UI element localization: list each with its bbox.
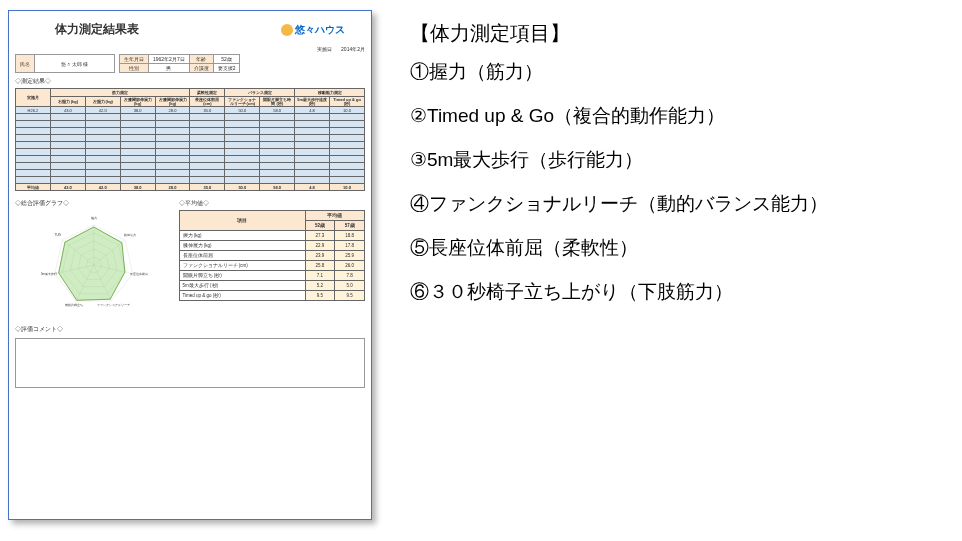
list-item: ⑤長座位体前屈（柔軟性） <box>410 235 932 261</box>
grp-flex: 柔軟性測定 <box>190 89 225 97</box>
table-row <box>16 177 365 184</box>
slide: 体力測定結果表 悠々ハウス 実施日 2014年2月 氏名 悠々 太郎 様 <box>0 0 962 541</box>
hdr-fr: ファンクショナルリーチ (cm) <box>225 97 260 107</box>
cell: 握力 (kg) <box>179 231 305 241</box>
list-item: ③5m最大歩行（歩行能力） <box>410 147 932 173</box>
cell: 5m最大歩行 (秒) <box>179 281 305 291</box>
svg-text:TUG: TUG <box>55 233 62 237</box>
cell: 9.5 <box>305 291 335 301</box>
cell: 58.0 <box>260 184 295 191</box>
table-row: 開眼片脚立ち (秒)7.17.8 <box>179 271 365 281</box>
cell: 25.9 <box>335 251 365 261</box>
cell: 開眼片脚立ち (秒) <box>179 271 305 281</box>
cell: 5.0 <box>335 281 365 291</box>
table-row <box>16 163 365 170</box>
items-list: ①握力（筋力）②Timed up & Go（複合的動作能力）③5m最大歩行（歩行… <box>410 59 932 305</box>
age-value: 52歳 <box>213 55 240 64</box>
avg-hdr-item: 項目 <box>179 211 305 231</box>
svg-text:5m最大歩行: 5m最大歩行 <box>41 272 57 276</box>
cell: 43.0 <box>50 107 85 114</box>
name-value: 悠々 太郎 様 <box>35 55 115 73</box>
name-table: 氏名 悠々 太郎 様 <box>15 54 115 73</box>
cell: 25.8 <box>305 261 335 271</box>
list-item: ⑥３０秒椅子立ち上がり（下肢筋力） <box>410 279 932 305</box>
cell: 18.8 <box>335 231 365 241</box>
list-item: ①握力（筋力） <box>410 59 932 85</box>
hdr-tug: Timed up & go (秒) <box>330 97 365 107</box>
hdr-grip-l: 左握力 (kg) <box>85 97 120 107</box>
birth-value: 1962年2月7日 <box>149 55 190 64</box>
meta-table-row: 氏名 悠々 太郎 様 生年月日 1962年2月7日 年齢 52歳 性別 男 介 <box>15 54 365 73</box>
care-value: 要支援2 <box>213 64 240 73</box>
cell: 35.0 <box>190 184 225 191</box>
cell: 膝伸展力 (kg) <box>179 241 305 251</box>
result-section-title: ◇測定結果◇ <box>15 77 365 86</box>
svg-text:ファンクショナルリーチ: ファンクショナルリーチ <box>97 303 130 307</box>
right-column: 【体力測定項目】 ①握力（筋力）②Timed up & Go（複合的動作能力）③… <box>380 0 962 541</box>
radar-chart: 握力膝伸展力長座位体前屈ファンクショナルリーチ開眼片脚立ち5m最大歩行TUG <box>15 210 173 320</box>
svg-text:長座位体前屈: 長座位体前屈 <box>130 272 148 276</box>
radar-section-title: ◇総合評価グラフ◇ <box>15 199 173 208</box>
svg-text:膝伸展力: 膝伸展力 <box>124 233 136 237</box>
hdr-knee-l: 左膝関節伸展力 (kg) <box>155 97 190 107</box>
sheet-title: 体力測定結果表 <box>55 21 139 38</box>
svg-text:握力: 握力 <box>91 216 97 220</box>
results-table: 実施月 筋力測定 柔軟性測定 バランス測定 移動能力測定 右握力 (kg) 左握… <box>15 88 365 191</box>
list-item: ④ファンクショナルリーチ（動的バランス能力） <box>410 191 932 217</box>
left-column: 体力測定結果表 悠々ハウス 実施日 2014年2月 氏名 悠々 太郎 様 <box>0 0 380 541</box>
cell: 4.8 <box>295 184 330 191</box>
table-row: H26.243.042.038.028.035.050.058.04.810.0 <box>16 107 365 114</box>
cell: 28.0 <box>155 184 190 191</box>
cell: 10.0 <box>330 184 365 191</box>
name-label: 氏名 <box>16 55 35 73</box>
table-row: 握力 (kg)27.318.8 <box>179 231 365 241</box>
col-month: 実施月 <box>16 89 51 107</box>
exec-date-label: 実施日 <box>317 46 332 52</box>
hdr-sitreach: 長座位体前屈 (cm) <box>190 97 225 107</box>
table-row <box>16 149 365 156</box>
result-sheet: 体力測定結果表 悠々ハウス 実施日 2014年2月 氏名 悠々 太郎 様 <box>8 10 372 520</box>
cell: ファンクショナルリーチ (cm) <box>179 261 305 271</box>
grp-strength: 筋力測定 <box>50 89 190 97</box>
cell: 22.9 <box>305 241 335 251</box>
table-row <box>16 128 365 135</box>
cell: 長座位体前屈 <box>179 251 305 261</box>
care-label: 介護度 <box>189 64 213 73</box>
hdr-knee-r: 左膝関節伸展力 (kg) <box>120 97 155 107</box>
table-row <box>16 121 365 128</box>
cell: 9.5 <box>335 291 365 301</box>
table-row: Timed up & go (秒)9.59.5 <box>179 291 365 301</box>
table-row <box>16 142 365 149</box>
cell: 4.8 <box>295 107 330 114</box>
cell: 26.0 <box>335 261 365 271</box>
cell: 35.0 <box>190 107 225 114</box>
table-row: 膝伸展力 (kg)22.917.8 <box>179 241 365 251</box>
cell: 42.0 <box>85 184 120 191</box>
cell: 43.0 <box>50 184 85 191</box>
comment-box <box>15 338 365 388</box>
cell: 7.8 <box>335 271 365 281</box>
avg-sub1: 52歳 <box>305 221 335 231</box>
brand-text: 悠々ハウス <box>295 23 345 37</box>
table-row: 長座位体前屈23.925.9 <box>179 251 365 261</box>
avg-sub2: 57歳 <box>335 221 365 231</box>
table-row <box>16 170 365 177</box>
cell: Timed up & go (秒) <box>179 291 305 301</box>
cell: 5.2 <box>305 281 335 291</box>
brand-logo: 悠々ハウス <box>281 23 345 37</box>
age-label: 年齢 <box>189 55 213 64</box>
avg-table: 項目 平均値 52歳 57歳 握力 (kg)27.318.8膝伸展力 (kg)2… <box>179 210 366 301</box>
cell: 平均値 <box>16 184 51 191</box>
comment-section-title: ◇評価コメント◇ <box>15 325 365 334</box>
avg-section-title: ◇平均値◇ <box>179 199 366 208</box>
cell: 27.3 <box>305 231 335 241</box>
table-row: ファンクショナルリーチ (cm)25.826.0 <box>179 261 365 271</box>
brand-icon <box>281 24 293 36</box>
cell: H26.2 <box>16 107 51 114</box>
sheet-header: 体力測定結果表 悠々ハウス <box>15 19 365 44</box>
cell: 42.0 <box>85 107 120 114</box>
profile-table: 生年月日 1962年2月7日 年齢 52歳 性別 男 介護度 要支援2 <box>119 54 240 73</box>
cell: 50.0 <box>225 107 260 114</box>
cell: 17.8 <box>335 241 365 251</box>
sex-label: 性別 <box>120 64 149 73</box>
